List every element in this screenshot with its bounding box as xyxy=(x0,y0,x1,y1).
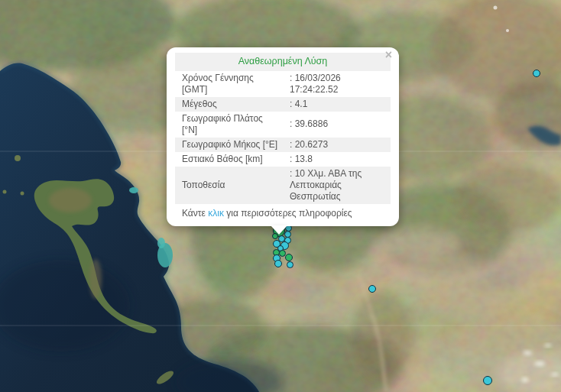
row-value: 13.8 xyxy=(283,152,391,167)
close-icon[interactable]: × xyxy=(385,48,392,62)
row-value: 16/03/2026 17:24:22.52 xyxy=(283,71,391,97)
table-row: Γεωγραφικό Μήκος [°E] 20.6273 xyxy=(175,138,391,152)
earthquake-marker[interactable] xyxy=(274,260,282,267)
row-label: Χρόνος Γέννησης [GMT] xyxy=(175,71,283,97)
popup-title: Αναθεωρημένη Λύση xyxy=(175,53,391,71)
popup-tip xyxy=(271,225,287,235)
earthquake-marker[interactable] xyxy=(285,254,293,261)
earthquake-marker[interactable] xyxy=(368,285,376,293)
row-label: Μέγεθος xyxy=(175,97,283,112)
earthquake-marker[interactable] xyxy=(483,376,492,385)
earthquake-marker[interactable] xyxy=(287,261,293,268)
earthquake-marker[interactable] xyxy=(533,70,540,77)
map-viewport[interactable]: × Αναθεωρημένη Λύση Χρόνος Γέννησης [GMT… xyxy=(0,0,561,392)
table-row: Εστιακό Βάθος [km] 13.8 xyxy=(175,152,391,167)
row-value: 20.6273 xyxy=(283,138,391,152)
more-info-link[interactable]: κλικ xyxy=(208,208,224,219)
footer-text: Κάντε xyxy=(182,208,208,219)
table-row: Μέγεθος 4.1 xyxy=(175,97,391,112)
row-value: 39.6886 xyxy=(283,112,391,138)
earthquake-popup: × Αναθεωρημένη Λύση Χρόνος Γέννησης [GMT… xyxy=(167,47,399,226)
row-label: Τοποθεσία xyxy=(175,167,283,204)
row-label: Γεωγραφικό Πλάτος [°N] xyxy=(175,112,283,138)
popup-footer: Κάντε κλικ για περισσότερες πληροφορίες xyxy=(182,208,391,219)
row-label: Γεωγραφικό Μήκος [°E] xyxy=(175,138,283,152)
row-value: 10 Χλμ. ΑΒΑ της Λεπτοκαριάς Θεσπρωτίας xyxy=(283,167,391,204)
table-row: Χρόνος Γέννησης [GMT] 16/03/2026 17:24:2… xyxy=(175,71,391,97)
earthquake-info-table: Αναθεωρημένη Λύση Χρόνος Γέννησης [GMT] … xyxy=(175,53,391,204)
footer-text: για περισσότερες πληροφορίες xyxy=(224,208,352,219)
table-row: Τοποθεσία 10 Χλμ. ΑΒΑ της Λεπτοκαριάς Θε… xyxy=(175,167,391,204)
table-row: Γεωγραφικό Πλάτος [°N] 39.6886 xyxy=(175,112,391,138)
row-label: Εστιακό Βάθος [km] xyxy=(175,152,283,167)
row-value: 4.1 xyxy=(283,97,391,112)
